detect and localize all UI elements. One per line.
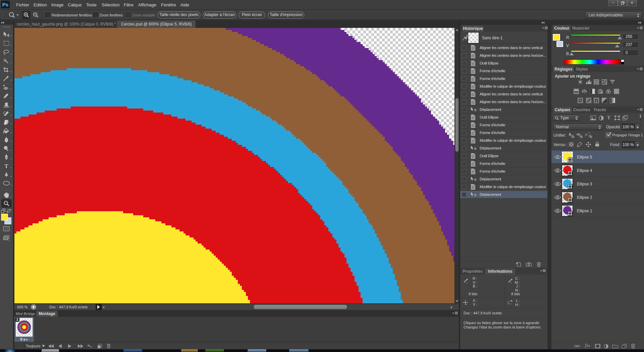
svg-text:T: T: [4, 163, 8, 169]
svg-text:fx: fx: [585, 132, 588, 136]
